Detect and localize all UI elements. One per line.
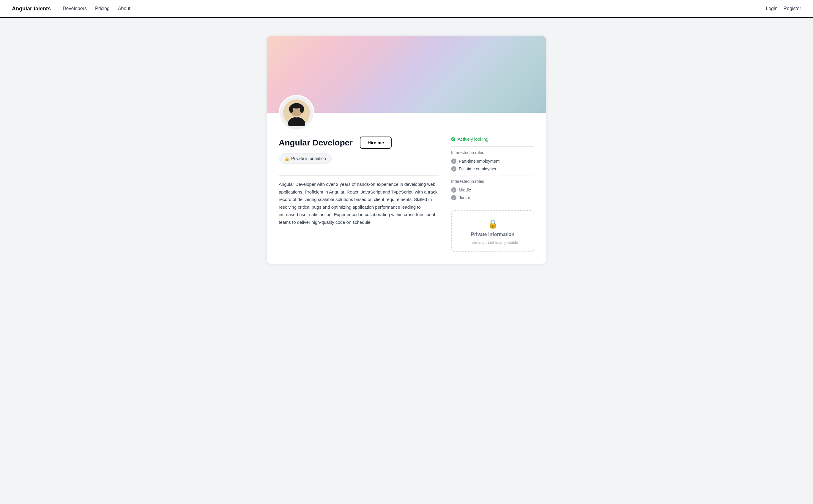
register-link[interactable]: Register (783, 6, 801, 11)
role-item-parttime: Part-time employment (451, 159, 534, 164)
login-link[interactable]: Login (766, 6, 777, 11)
active-status-dot (451, 137, 455, 141)
profile-left: Angular Developer Hire me 🔒 Private info… (279, 137, 439, 252)
role-label-fulltime: Full-time employment (459, 167, 499, 171)
hire-me-button[interactable]: Hire me (360, 137, 392, 149)
profile-card: Angular Developer Hire me 🔒 Private info… (267, 36, 546, 264)
profile-banner (267, 36, 546, 113)
level-label-middle: Middle (459, 188, 471, 192)
status-label: Actively looking (458, 137, 488, 142)
nav-developers[interactable]: Developers (63, 6, 87, 11)
check-junior-icon (451, 195, 456, 200)
lock-icon: 🔒 (284, 156, 290, 161)
private-info-badge: 🔒 Private information (279, 153, 332, 164)
title-row: Angular Developer Hire me (279, 137, 439, 149)
roles-section-title: Interested in roles (451, 150, 534, 155)
svg-point-4 (289, 105, 293, 113)
sidebar-divider-2 (451, 175, 534, 175)
divider-top (279, 175, 439, 176)
level-section-title: Interested in roles (451, 179, 534, 184)
level-label-junior: Junior (459, 195, 470, 200)
bio-text: Angular Developer with over 2 years of h… (279, 180, 439, 226)
brand-logo[interactable]: Angular talents (12, 6, 51, 12)
nav-links: Developers Pricing About (63, 6, 766, 11)
private-info-box: 🔒 Private information Information that i… (451, 210, 534, 252)
role-item-fulltime: Full-time employment (451, 166, 534, 172)
avatar-image (283, 99, 310, 126)
avatar (279, 95, 314, 131)
level-item-middle: Middle (451, 187, 534, 193)
page-content: Angular Developer Hire me 🔒 Private info… (0, 18, 813, 282)
nav-pricing[interactable]: Pricing (95, 6, 110, 11)
developer-title: Angular Developer (279, 138, 353, 148)
private-info-box-desc: Information that is only visible (458, 240, 528, 245)
profile-body: Angular Developer Hire me 🔒 Private info… (267, 113, 546, 264)
sidebar-divider-3 (451, 204, 534, 204)
nav-auth: Login Register (766, 6, 801, 11)
navbar: Angular talents Developers Pricing About… (0, 0, 813, 18)
lock-icon-large: 🔒 (458, 219, 528, 229)
check-middle-icon (451, 187, 456, 193)
private-badge-label: Private information (291, 156, 326, 161)
nav-about[interactable]: About (118, 6, 130, 11)
private-info-box-title: Private information (458, 232, 528, 237)
status-row: Actively looking (451, 137, 534, 142)
role-label-parttime: Part-time employment (459, 159, 499, 164)
svg-point-5 (300, 105, 304, 113)
check-fulltime-icon (451, 166, 456, 172)
sidebar-divider-1 (451, 146, 534, 147)
level-item-junior: Junior (451, 195, 534, 200)
check-parttime-icon (451, 159, 456, 164)
profile-right: Actively looking Interested in roles Par… (451, 137, 534, 252)
